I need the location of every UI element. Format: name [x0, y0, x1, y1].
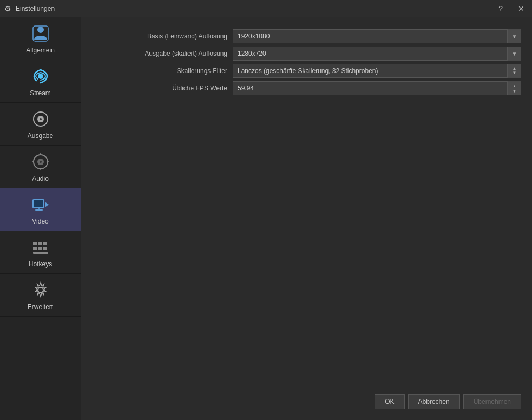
fps-arrow-up[interactable]: ▲	[512, 83, 517, 88]
fps-input-wrap: ▲ ▼	[233, 81, 521, 95]
svg-rect-13	[38, 208, 40, 211]
svg-rect-17	[33, 247, 37, 250]
skalierungs-filter-select[interactable]: Lanczos (geschärfte Skalierung, 32 Stich…	[233, 64, 521, 78]
svg-point-8	[40, 161, 42, 163]
sidebar-item-allgemein[interactable]: Allgemein	[0, 17, 81, 60]
content-area: Basis (Leinwand) Auflösung 1920x1080 128…	[81, 17, 532, 420]
fps-input[interactable]	[233, 81, 521, 95]
close-button[interactable]: ✕	[515, 3, 528, 14]
svg-rect-16	[43, 242, 47, 245]
svg-marker-11	[45, 202, 49, 207]
help-button[interactable]: ?	[495, 3, 506, 14]
sidebar-label-allgemein: Allgemein	[26, 47, 55, 54]
main-layout: Allgemein Stream Ausgabe	[0, 17, 532, 420]
footer: OK Abbrechen Übernehmen	[92, 389, 521, 409]
svg-rect-15	[38, 242, 42, 245]
stream-icon	[30, 65, 51, 87]
cancel-button[interactable]: Abbrechen	[408, 394, 460, 409]
skalierungs-filter-control: Lanczos (geschärfte Skalierung, 32 Stich…	[233, 64, 521, 78]
titlebar-left: ⚙ Einstellungen	[4, 4, 55, 13]
sidebar-label-hotkeys: Hotkeys	[29, 260, 52, 268]
sidebar-item-stream[interactable]: Stream	[0, 60, 81, 103]
video-icon	[30, 194, 51, 215]
app-icon: ⚙	[4, 4, 11, 13]
skalierungs-filter-label: Skalierungs-Filter	[92, 67, 233, 75]
ausgabe-icon	[30, 108, 51, 130]
sidebar-label-ausgabe: Ausgabe	[28, 132, 53, 140]
svg-rect-14	[33, 242, 37, 245]
svg-rect-18	[38, 247, 42, 250]
fps-arrow-down[interactable]: ▼	[512, 89, 517, 94]
sidebar-item-hotkeys[interactable]: Hotkeys	[0, 231, 81, 274]
ausgabe-aufloesung-label: Ausgabe (skaliert) Auflösung	[92, 50, 233, 57]
sidebar-item-audio[interactable]: Audio	[0, 146, 81, 188]
titlebar-title: Einstellungen	[16, 5, 55, 12]
general-icon	[30, 23, 51, 44]
svg-rect-10	[34, 200, 43, 207]
titlebar: ⚙ Einstellungen ? ✕	[0, 0, 532, 17]
basis-aufloesung-label: Basis (Leinwand) Auflösung	[92, 32, 233, 40]
svg-rect-19	[43, 247, 47, 250]
sidebar-item-erweitert[interactable]: Erweitert	[0, 274, 81, 317]
fps-werte-row: Übliche FPS Werte Übliche FPS ▲ ▼	[92, 80, 521, 96]
settings-area: Basis (Leinwand) Auflösung 1920x1080 128…	[92, 28, 521, 96]
sidebar: Allgemein Stream Ausgabe	[0, 17, 81, 420]
svg-point-0	[37, 27, 44, 33]
sidebar-label-stream: Stream	[30, 89, 51, 97]
fps-werte-control: Übliche FPS ▲ ▼	[233, 81, 521, 95]
sidebar-label-erweitert: Erweitert	[28, 303, 53, 311]
svg-point-5	[40, 118, 42, 120]
fps-spinner-arrows: ▲ ▼	[507, 81, 521, 95]
svg-rect-20	[33, 252, 48, 254]
hotkeys-icon	[30, 237, 51, 258]
basis-aufloesung-select[interactable]: 1920x1080 1280x720 3840x2160	[233, 29, 521, 43]
apply-button[interactable]: Übernehmen	[463, 394, 521, 409]
sidebar-item-ausgabe[interactable]: Ausgabe	[0, 103, 81, 146]
erweitert-icon	[30, 279, 51, 301]
sidebar-item-video[interactable]: Video	[0, 188, 81, 231]
basis-aufloesung-control: 1920x1080 1280x720 3840x2160 ▼	[233, 29, 521, 43]
titlebar-controls: ? ✕	[495, 3, 528, 14]
svg-point-2	[38, 74, 43, 79]
ausgabe-aufloesung-select[interactable]: 1280x720 1920x1080 854x480	[233, 47, 521, 61]
ausgabe-aufloesung-row: Ausgabe (skaliert) Auflösung 1280x720 19…	[92, 45, 521, 62]
sidebar-label-audio: Audio	[32, 175, 49, 182]
sidebar-label-video: Video	[32, 218, 48, 225]
audio-icon	[30, 151, 51, 173]
fps-werte-label: Übliche FPS Werte	[92, 84, 233, 92]
ok-button[interactable]: OK	[375, 394, 404, 409]
ausgabe-aufloesung-control: 1280x720 1920x1080 854x480 ▼	[233, 47, 521, 61]
skalierungs-filter-row: Skalierungs-Filter Lanczos (geschärfte S…	[92, 63, 521, 79]
basis-aufloesung-row: Basis (Leinwand) Auflösung 1920x1080 128…	[92, 28, 521, 44]
